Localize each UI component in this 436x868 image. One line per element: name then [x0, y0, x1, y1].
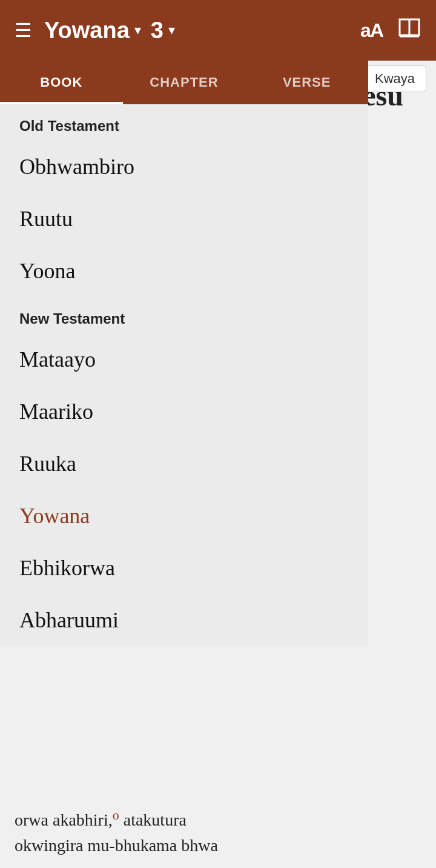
tab-chapter[interactable]: CHAPTER [123, 61, 246, 104]
book-item-yoona[interactable]: Yoona [0, 245, 368, 297]
book-item-mataayo[interactable]: Mataayo [0, 333, 368, 386]
tab-book-label: BOOK [40, 75, 82, 90]
header-title-group: Yowana ▾ 3 ▾ [44, 18, 348, 44]
menu-icon[interactable]: ☰ [15, 21, 32, 40]
book-item-ebhikorwa[interactable]: Ebhikorwa [0, 542, 368, 594]
scripture-bottom-text: orwa akabhiri,o atakutura okwingira mu-b… [0, 795, 436, 868]
bottom-line2: okwingira mu-bhukama bhwa [15, 836, 218, 855]
chapter-dropdown-arrow[interactable]: ▾ [168, 22, 175, 38]
tab-verse-label: VERSE [283, 75, 331, 90]
book-item-ruutu[interactable]: Ruutu [0, 193, 368, 245]
book-dropdown-arrow[interactable]: ▾ [134, 22, 141, 38]
book-item-maariko[interactable]: Maariko [0, 386, 368, 438]
kwaya-button[interactable]: Kwaya [363, 65, 426, 92]
bottom-line1-cont: atakutura [119, 810, 187, 829]
tab-book[interactable]: BOOK [0, 61, 123, 104]
old-testament-header: Old Testament [0, 104, 368, 141]
bottom-line1: orwa akabhiri, [15, 810, 113, 829]
tab-verse[interactable]: VERSE [245, 61, 368, 104]
font-size-icon[interactable]: aA [360, 19, 383, 42]
selector-tab-bar: BOOK CHAPTER VERSE [0, 61, 368, 104]
book-item-yowana[interactable]: Yowana [0, 490, 368, 542]
app-header: ☰ Yowana ▾ 3 ▾ aA [0, 0, 436, 61]
new-testament-header: New Testament [0, 297, 368, 333]
header-chapter-num[interactable]: 3 [151, 18, 164, 44]
book-item-ruuka[interactable]: Ruuka [0, 438, 368, 490]
header-right-controls: aA [360, 17, 421, 44]
tab-chapter-label: CHAPTER [150, 75, 218, 90]
book-list: Old Testament Obhwambiro Ruutu Yoona New… [0, 104, 368, 646]
reading-mode-icon[interactable] [397, 17, 421, 44]
book-item-abharuumi[interactable]: Abharuumi [0, 594, 368, 646]
header-book-name[interactable]: Yowana [44, 18, 130, 44]
book-selector-panel: BOOK CHAPTER VERSE Old Testament Obhwamb… [0, 61, 368, 646]
book-item-obhwambiro[interactable]: Obhwambiro [0, 141, 368, 193]
verse-number: o [113, 807, 119, 823]
